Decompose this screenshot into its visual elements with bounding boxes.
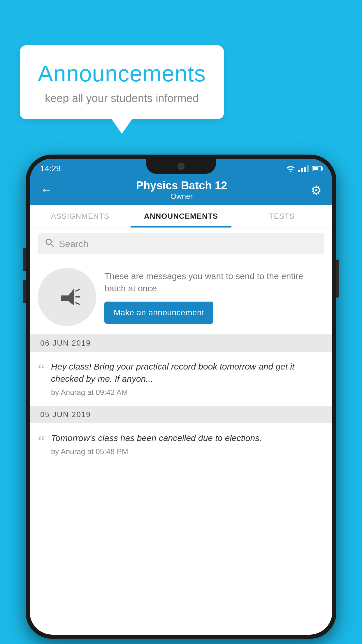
app-header: ← Physics Batch 12 Owner ⚙ [30, 176, 332, 205]
date-separator-2: 05 JUN 2019 [30, 406, 332, 423]
phone-outer: 14:29 [26, 155, 336, 639]
quote-icon-2: “ [38, 434, 45, 449]
speech-bubble-container: Announcements keep all your students inf… [20, 45, 224, 119]
tab-tests[interactable]: TESTS [231, 205, 332, 228]
phone-notch [146, 159, 216, 174]
svg-rect-2 [61, 295, 64, 301]
search-container: Search [30, 228, 332, 260]
search-bar[interactable]: Search [38, 233, 324, 254]
date-separator-1: 06 JUN 2019 [30, 335, 332, 352]
status-time: 14:29 [40, 164, 61, 173]
intro-card: These are messages you want to send to t… [30, 260, 332, 335]
wifi-icon [286, 165, 295, 172]
intro-description: These are messages you want to send to t… [104, 270, 324, 295]
phone-camera [178, 163, 184, 170]
battery-fill [313, 167, 318, 170]
megaphone-circle [38, 268, 96, 326]
tab-assignments[interactable]: ASSIGNMENTS [30, 205, 131, 228]
quote-icon-1: “ [38, 362, 45, 377]
megaphone-icon [52, 282, 82, 312]
signal-icon [298, 165, 309, 172]
phone-screen: 14:29 [30, 159, 332, 635]
announcement-content-2: Tomorrow's class has been cancelled due … [51, 432, 324, 456]
announcement-item-1[interactable]: “ Hey class! Bring your practical record… [30, 352, 332, 406]
header-title: Physics Batch 12 [52, 179, 311, 192]
speech-bubble-subtitle: keep all your students informed [37, 92, 206, 105]
search-placeholder: Search [59, 239, 88, 249]
header-subtitle: Owner [52, 192, 311, 201]
intro-right: These are messages you want to send to t… [104, 270, 324, 324]
announcement-meta-1: by Anurag at 09:42 AM [51, 388, 324, 397]
announcement-content-1: Hey class! Bring your practical record b… [51, 360, 324, 397]
settings-button[interactable]: ⚙ [311, 183, 322, 197]
phone-volume-down-button [23, 280, 26, 303]
speech-bubble-title: Announcements [37, 60, 206, 87]
phone-power-button [336, 260, 339, 298]
back-button[interactable]: ← [40, 183, 52, 197]
announcement-text-1: Hey class! Bring your practical record b… [51, 360, 324, 385]
svg-line-5 [76, 303, 79, 304]
battery-icon [312, 166, 322, 171]
tabs-container: ASSIGNMENTS ANNOUNCEMENTS TESTS [30, 205, 332, 228]
announcement-meta-2: by Anurag at 05:48 PM [51, 447, 324, 456]
tab-announcements[interactable]: ANNOUNCEMENTS [131, 205, 231, 228]
speech-bubble-arrow [111, 119, 132, 134]
announcement-text-2: Tomorrow's class has been cancelled due … [51, 432, 324, 444]
make-announcement-button[interactable]: Make an announcement [104, 302, 213, 324]
announcement-item-2[interactable]: “ Tomorrow's class has been cancelled du… [30, 423, 332, 465]
phone-container: 14:29 [26, 155, 336, 639]
header-title-section: Physics Batch 12 Owner [52, 179, 311, 201]
search-icon [45, 238, 54, 250]
svg-line-3 [76, 290, 79, 291]
status-icons [286, 165, 322, 172]
speech-bubble: Announcements keep all your students inf… [20, 45, 224, 119]
svg-line-1 [51, 244, 53, 246]
phone-volume-up-button [23, 248, 26, 271]
